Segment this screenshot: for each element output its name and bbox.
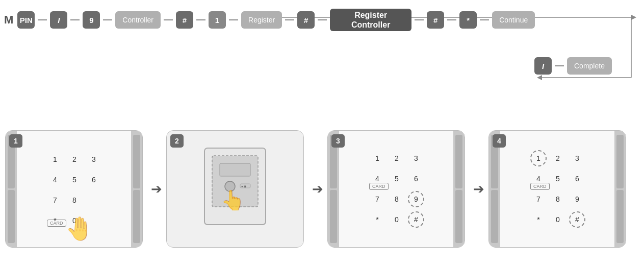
svg-text:●  ◉: ● ◉ [241, 185, 246, 188]
p4-key-star: * [530, 211, 547, 228]
card-reader-icon: CARD [47, 220, 66, 227]
panel-2: 2 ● ◉ 👆 [166, 130, 304, 248]
p3-key-0: 0 [389, 211, 405, 228]
flow-connector [415, 19, 424, 20]
p3-key-8: 8 [389, 191, 405, 207]
key-7: 7 [47, 192, 63, 208]
svg-rect-7 [220, 163, 250, 176]
arrow-2-3: ➔ [312, 181, 323, 197]
key-5: 5 [66, 172, 83, 188]
flow-connector [555, 65, 564, 66]
flow-asterisk-badge: * [459, 11, 477, 29]
svg-text:👆: 👆 [221, 188, 245, 212]
panel-2-number: 2 [170, 134, 184, 148]
key-4: 4 [47, 172, 63, 188]
panel-3-wrapper: 3 1 2 3 4 5 6 7 [327, 130, 488, 248]
flow-register-label: Register [241, 11, 282, 29]
flow-connector [164, 19, 173, 20]
flow-connector [103, 19, 112, 20]
p4-key-0: 0 [550, 211, 566, 228]
p4-key-5: 5 [550, 171, 566, 187]
p3-key-hash: # [408, 211, 424, 228]
key-3: 3 [86, 151, 102, 167]
flow-register-controller-badge: RegisterController [330, 9, 411, 31]
p4-key-2: 2 [550, 150, 566, 166]
flow-connector [480, 19, 489, 20]
flow-connector [196, 19, 205, 20]
flow-prefix: M [4, 13, 13, 27]
p4-key-9: 9 [569, 191, 585, 207]
svg-marker-1 [631, 15, 636, 20]
panel-4-number: 4 [493, 134, 506, 148]
arrow-3-4: ➔ [473, 181, 484, 197]
key-1: 1 [47, 151, 63, 167]
p4-key-7: 7 [530, 191, 547, 207]
panel-3-number: 3 [331, 134, 345, 148]
flow-connector [318, 19, 327, 20]
p3-key-5: 5 [389, 171, 405, 187]
controller-svg: ● ◉ 👆 [184, 140, 286, 237]
flow-connector [447, 19, 456, 20]
p3-card-reader: CARD [369, 183, 389, 190]
panel-4: 4 1 2 3 4 5 6 [488, 130, 626, 248]
flow-hash2-badge: # [297, 11, 315, 29]
arrow-1-2: ➔ [151, 181, 162, 197]
flow-connector [38, 19, 47, 20]
panel-1: 1 1 2 3 4 5 [5, 130, 143, 248]
p4-key-8: 8 [550, 191, 566, 207]
p4-key-3: 3 [569, 150, 585, 166]
key-empty [86, 192, 102, 208]
key-2: 2 [66, 151, 83, 167]
flow-one-badge: 1 [209, 11, 226, 29]
panel-1-number: 1 [9, 134, 22, 148]
flow-connector [70, 19, 80, 20]
p3-key-6: 6 [408, 171, 424, 187]
flow-complete-label: Complete [567, 57, 612, 75]
flow-cursor-badge: I [50, 11, 67, 29]
p4-key-hash: # [569, 211, 585, 228]
flow-pin-badge: PIN [17, 11, 35, 29]
instruction-panels: 1 1 2 3 4 5 [5, 130, 626, 248]
p3-key-2: 2 [389, 150, 405, 166]
panel-1-wrapper: 1 1 2 3 4 5 [5, 130, 166, 248]
flow-hash1-badge: # [176, 11, 193, 29]
p3-key-9: 9 [408, 191, 424, 207]
flow-hash3-badge: # [427, 11, 444, 29]
key-8: 8 [66, 192, 83, 208]
p3-key-1: 1 [369, 150, 385, 166]
p3-key-7: 7 [369, 191, 385, 207]
panel-3: 3 1 2 3 4 5 6 7 [327, 130, 465, 248]
p3-key-3: 3 [408, 150, 424, 166]
p4-key-1: 1 [530, 150, 547, 166]
key-6: 6 [86, 172, 102, 188]
flow-cursor2-badge: I [534, 57, 552, 75]
flow-connector [229, 19, 238, 20]
p4-card-reader: CARD [530, 183, 550, 190]
flow-continue-label: Continue [492, 11, 535, 29]
hand-icon-1: 🤚 [65, 215, 94, 242]
p4-key-6: 6 [569, 171, 585, 187]
flow-connector [285, 19, 294, 20]
flow-nine-badge: 9 [83, 11, 100, 29]
panel-4-wrapper: 4 1 2 3 4 5 6 [488, 130, 626, 248]
svg-marker-4 [537, 75, 542, 80]
flow-controller-label: Controller [115, 11, 161, 29]
p3-key-star: * [369, 211, 385, 228]
panel-2-wrapper: 2 ● ◉ 👆 [166, 130, 327, 248]
